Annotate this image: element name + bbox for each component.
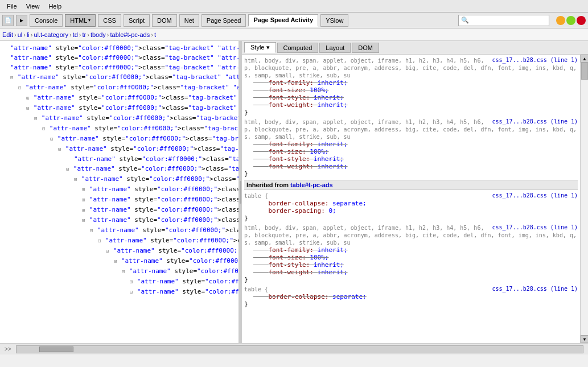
css-source-link[interactable]: css_17...b28.css (line 1) [492,286,578,292]
scrollbar-thumb[interactable] [39,347,73,352]
close-button[interactable] [577,16,586,25]
scrollbar-track[interactable] [16,345,583,353]
breadcrumb-table[interactable]: table#t-pc-ads [110,31,150,38]
collapse-icon[interactable]: ⊟ [42,126,48,131]
dom-button[interactable]: DOM [152,14,177,27]
script-button[interactable]: Script [124,14,150,27]
pagespeed-button[interactable]: Page Speed [202,14,246,27]
css-source-link[interactable]: css_17...b28.css (line 1) [492,57,578,63]
menu-file[interactable]: File [2,2,22,11]
breadcrumb-li[interactable]: li [27,31,30,38]
collapse-icon[interactable]: ⊟ [26,105,32,111]
tree-content: "attr-name" style="color:#ff0000;">class [50,125,200,132]
tree-line[interactable]: "attr-name" style="color:#ff0000;">class… [0,63,239,72]
tree-line[interactable]: ⊟ "attr-name" style="color:#ff0000;">cla… [0,287,239,297]
breadcrumb-tbody[interactable]: tbody [91,31,106,38]
collapse-icon[interactable]: ⊟ [18,85,24,90]
tree-line[interactable]: ⊟ "attr-name" style="color:#ff0000;">cla… [0,103,239,113]
tree-line[interactable]: "attr-name" style="color:#ff0000;">class… [0,154,239,164]
html-dropdown-arrow[interactable]: ▾ [88,18,91,23]
tab-layout[interactable]: Layout [319,43,351,53]
tree-line[interactable]: ⊟ "attr-name" style="color:#ff0000;">cla… [0,72,239,83]
collapse-icon[interactable]: ⊟ [66,166,72,172]
search-input[interactable] [470,17,546,24]
expand-icon[interactable]: ⊞ [82,197,88,203]
css-source-link[interactable]: css_17...b28.css (line 1) [492,192,578,199]
tree-line[interactable]: ⊟ "attr-name" style="color:#ff0000;">cla… [0,123,239,134]
toolbar-icon-2[interactable]: ▶ [16,15,27,26]
breadcrumb-ul[interactable]: ul [18,31,23,38]
tree-line[interactable]: "attr-name" style="color:#ff0000;">class… [0,53,239,63]
tree-line[interactable]: ⊟ "attr-name" style="color:#ff0000;">cla… [0,174,239,184]
collapse-icon[interactable]: ⊟ [122,269,128,274]
collapse-icon[interactable]: ⊟ [34,116,40,121]
tree-line[interactable]: ⊟ "attr-name" style="color:#ff0000;">cla… [0,256,239,266]
console-button[interactable]: Console [30,14,63,27]
tree-line[interactable]: ⊟ "attr-name" style="color:#ff0000;">cla… [0,144,239,154]
tree-line[interactable]: ⊟ "attr-name" style="color:#ff0000;">cla… [0,236,239,246]
tree-line[interactable]: ⊟ "attr-name" style="color:#ff0000;">cla… [0,134,239,144]
tree-content: "attr-name" style="color:#ff0000;">class [42,114,192,122]
tree-line[interactable]: ⊞ "attr-name" style="color:#ff0000;">cla… [0,195,239,205]
tree-line[interactable]: ⊞ "attr-name" style="color:#ff0000;">cla… [0,277,239,287]
tab-style[interactable]: Style [244,42,276,53]
breadcrumb-t[interactable]: t [154,31,156,38]
scroll-down-btn[interactable]: ▼ [581,335,588,343]
tree-line[interactable]: ⊟ "attr-name" style="color:#ff0000;">cla… [0,113,239,123]
maximize-button[interactable] [566,16,575,25]
search-box[interactable]: 🔍 [458,15,549,26]
scroll-track[interactable] [581,63,588,335]
css-close-brace: } [244,170,578,178]
collapse-icon[interactable]: ⊟ [130,289,136,295]
collapse-icon[interactable]: ⊟ [98,238,104,244]
css-source-link[interactable]: css_17...b28.css (line 1) [492,224,578,230]
collapse-icon[interactable]: ⊟ [114,258,120,264]
tree-line[interactable]: ⊞ "attr-name" style="color:#ff0000;">cla… [0,93,239,103]
tree-line[interactable]: ⊟ "attr-name" style="color:#ff0000;">cla… [0,83,239,93]
html-tree[interactable]: "attr-name" style="color:#ff0000;">class… [0,41,239,343]
collapse-icon[interactable]: ⊟ [74,176,80,182]
css-value: 0; [328,207,336,215]
breadcrumb-td[interactable]: td [73,31,78,38]
net-button[interactable]: Net [179,14,199,27]
pagespeedactivity-button[interactable]: Page Speed Activity [248,14,318,27]
expand-icon[interactable]: ⊞ [130,279,136,284]
scroll-up-btn[interactable]: ▲ [581,55,588,63]
menu-help[interactable]: Help [44,2,66,11]
breadcrumb-sep-4: › [79,31,81,38]
collapse-icon[interactable]: ⊟ [50,136,56,142]
tree-line[interactable]: ⊟ "attr-name" style="color:#ff0000;">cla… [0,266,239,277]
inherited-from-link[interactable]: table#t-pc-ads [290,182,333,188]
collapse-icon[interactable]: ⊟ [90,228,96,233]
breadcrumb-tr[interactable]: tr [83,31,87,38]
expand-icon[interactable]: ⊞ [26,95,32,101]
expand-icon[interactable]: ⊞ [82,207,88,213]
tree-line[interactable]: ⊟ "attr-name" style="color:#ff0000;">cla… [0,246,239,256]
collapse-icon[interactable]: ⊟ [106,248,112,254]
minimize-button[interactable] [556,16,565,25]
tab-dom[interactable]: DOM [352,43,379,53]
collapse-icon[interactable]: ⊟ [10,75,17,80]
css-button[interactable]: CSS [98,14,121,27]
tab-computed[interactable]: Computed [277,43,319,53]
right-scrollbar[interactable]: ▲ ▼ [580,55,588,343]
breadcrumb-edit[interactable]: Edit [2,31,13,38]
tree-line[interactable]: ⊟ "attr-name" style="color:#ff0000;">cla… [0,215,239,225]
css-source-link[interactable]: css_17...b28.css (line 1) [492,118,578,125]
collapse-icon[interactable]: ⊟ [58,146,64,152]
tree-line[interactable]: ⊟ "attr-name" style="color:#ff0000;">cla… [0,164,239,174]
toolbar: 📄 ▶ Console HTML ▾ CSS Script DOM Net Pa… [0,13,588,28]
collapse-icon[interactable]: ⊟ [82,217,88,223]
tree-line[interactable]: ⊞ "attr-name" style="color:#ff0000;">cla… [0,205,239,215]
toolbar-icon-1[interactable]: 📄 [2,15,14,26]
scroll-thumb[interactable] [581,63,588,80]
breadcrumb-ul-category[interactable]: ul.t-category [34,31,68,38]
tree-line[interactable]: "attr-name" style="color:#ff0000;">class… [0,43,239,53]
tree-line[interactable]: ⊟ "attr-name" style="color:#ff0000;">cla… [0,225,239,236]
style-content[interactable]: css_17...b28.css (line 1)html, body, div… [242,55,580,343]
yslow-button[interactable]: YSlow [320,14,348,27]
tree-line[interactable]: ⊞ "attr-name" style="color:#ff0000;">cla… [0,184,239,195]
html-button[interactable]: HTML ▾ [65,14,96,27]
menu-view[interactable]: View [22,2,44,11]
expand-icon[interactable]: ⊞ [82,187,88,192]
